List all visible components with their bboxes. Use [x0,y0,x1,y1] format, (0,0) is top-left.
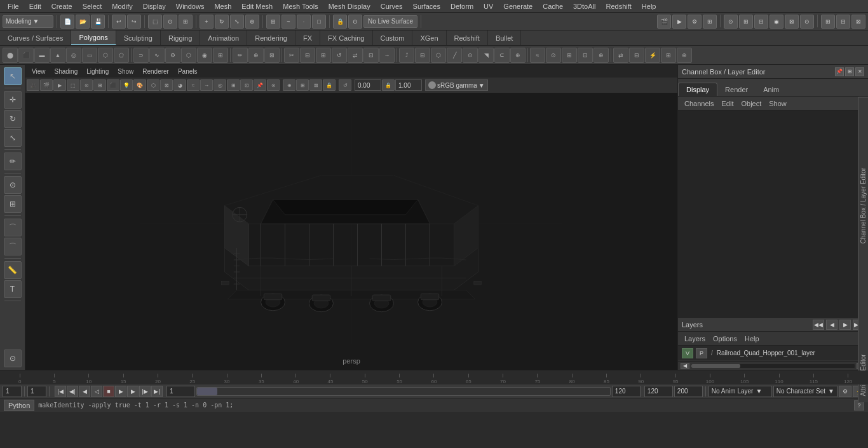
soft-mod-btn[interactable]: ⊙ [4,176,22,194]
layers-sub-options[interactable]: Options [710,334,740,344]
mode-dropdown[interactable]: Modeling ▼ [3,15,53,28]
merge-btn[interactable]: ⊕ [510,48,526,63]
peel-btn[interactable]: ⊆ [494,48,510,63]
tab-bullet[interactable]: Bullet [488,31,522,45]
menu-3dtool[interactable]: 3DtoAll [568,1,600,11]
vp-xray-btn[interactable]: ⊙ [80,79,93,91]
frame-slider[interactable] [196,387,611,396]
retopo-btn[interactable]: ⊞ [562,48,577,63]
vp-menu-show[interactable]: Show [114,67,137,76]
select-mode-btn[interactable]: ↖ [4,67,22,85]
ep-curve-btn[interactable]: ⌒ [4,238,22,255]
cylinder-btn[interactable]: ▬ [34,48,50,63]
ch-tab-display[interactable]: Display [678,83,717,96]
rotate-tool-btn[interactable]: ↻ [215,15,229,29]
vp-hud-btn[interactable]: ⊡ [240,79,253,91]
vp-reset-btn[interactable]: ↺ [339,79,351,91]
wedge-btn[interactable]: ◥ [478,48,494,63]
vp-menu-panels[interactable]: Panels [174,67,201,76]
text-btn[interactable]: T [4,280,22,298]
menu-create[interactable]: Create [46,1,78,11]
quad-draw-btn[interactable]: ⊡ [578,48,593,63]
rotate-btn[interactable]: ↻ [4,110,22,128]
vp-light-btn[interactable]: 💡 [120,79,133,91]
total-frames-val[interactable]: 200 [674,386,703,397]
soccer-btn[interactable]: ⬡ [181,48,196,63]
menu-mesh-display[interactable]: Mesh Display [323,1,376,11]
cv-curve-btn[interactable]: ⌒ [4,219,22,236]
current-frame-field[interactable]: 1 [3,386,22,397]
snap-curve-btn[interactable]: ~ [281,15,295,29]
ch-channels[interactable]: Channels [682,98,716,109]
cube-btn[interactable]: ⬛ [18,48,34,63]
next-key-btn[interactable]: |▶ [139,386,151,397]
tab-fx-caching[interactable]: FX Caching [320,31,372,45]
vp-lock-cam-btn[interactable]: 🔒 [323,79,336,91]
vp-val1[interactable]: 0.00 [355,79,381,91]
close-cb-btn[interactable]: ✕ [855,67,864,76]
conform-btn[interactable]: ⊙ [546,48,561,63]
menu-generate[interactable]: Generate [498,1,538,11]
vp-marker-btn[interactable]: 📌 [254,79,266,91]
ch-edit[interactable]: Edit [719,98,736,109]
pencil-btn[interactable]: ✏ [233,48,248,63]
move-btn[interactable]: ✛ [4,91,22,109]
tab-xgen[interactable]: XGen [412,31,446,45]
range-start-val[interactable]: 1 [166,386,195,397]
display-r2[interactable]: ⊞ [739,15,753,29]
lasso-tool-btn[interactable]: ⊙ [163,15,177,29]
float-btn[interactable]: ⊞ [845,67,854,76]
tab-redshift[interactable]: Redshift [447,31,488,45]
crease-btn[interactable]: ╱ [447,48,462,63]
vp-grid-btn[interactable]: ⊞ [227,79,240,91]
tab-animation[interactable]: Animation [200,31,247,45]
move-tool-btn[interactable]: + [200,15,214,29]
snap-point-btn[interactable]: · [297,15,311,29]
paint-sel-btn[interactable]: ✏ [4,153,22,170]
undo-btn[interactable]: ↩ [112,15,126,29]
anim-layer-dropdown[interactable]: No Anim Layer ▼ [709,386,772,397]
char-set-dropdown[interactable]: No Character Set ▼ [773,386,837,397]
step-back-btn[interactable]: ◀ [79,386,90,397]
offset-edge-btn[interactable]: ⊞ [316,48,331,63]
vp-lock-val-btn[interactable]: 🔒 [382,79,395,91]
lock-btn[interactable]: 🔒 [333,15,347,29]
menu-uv[interactable]: UV [478,1,498,11]
layer-prev2-btn[interactable]: ◀ [826,320,837,330]
vp-film-btn[interactable]: 🎬 [40,79,53,91]
display-r3[interactable]: ⊟ [754,15,768,29]
ultra-btn[interactable]: ⊞ [213,48,228,63]
menu-surfaces[interactable]: Surfaces [408,1,445,11]
extrude-btn[interactable]: ⤴ [399,48,414,63]
layers-sub-layers[interactable]: Layers [682,334,708,344]
python-tab-btn[interactable]: Python [4,400,34,411]
measure-btn[interactable]: 📏 [4,261,22,279]
go-start-btn[interactable]: |◀ [55,386,66,397]
fill-hole-btn[interactable]: ⊠ [264,48,280,63]
universal-tool-btn[interactable]: ⊕ [245,15,259,29]
bevel-btn[interactable]: ⬡ [431,48,446,63]
stop-btn[interactable]: ■ [103,386,114,397]
vp-val2[interactable]: 1.00 [395,79,422,91]
vp-out-btn[interactable]: ⊠ [309,79,322,91]
layer-pickable-btn[interactable]: P [696,348,707,358]
display-r4[interactable]: ◉ [770,15,783,29]
snap-grid-btn[interactable]: ⊞ [266,15,280,29]
cleanup-btn[interactable]: ⚡ [645,48,660,63]
tab-fx[interactable]: FX [295,31,320,45]
ch-tab-anim[interactable]: Anim [756,83,787,96]
append-btn[interactable]: ⊕ [248,48,264,63]
vp-menu-view[interactable]: View [28,67,50,76]
layer-prev-btn[interactable]: ◀◀ [813,320,824,330]
bridge-btn[interactable]: ⊟ [415,48,430,63]
range-end-display[interactable]: 120 [612,386,641,397]
vp-color-btn[interactable]: 🎨 [133,79,146,91]
transfer-btn[interactable]: ⇄ [613,48,628,63]
menu-display[interactable]: Display [138,1,171,11]
menu-edit[interactable]: Edit [24,1,46,11]
render-btn[interactable]: 🎬 [657,15,671,29]
flip-edge-btn[interactable]: ⇌ [348,48,363,63]
smooth-btn[interactable]: ≈ [530,48,545,63]
settings-panel-btn[interactable]: ⊙ [800,15,814,29]
scene-view-btn[interactable]: ⊙ [4,350,22,367]
